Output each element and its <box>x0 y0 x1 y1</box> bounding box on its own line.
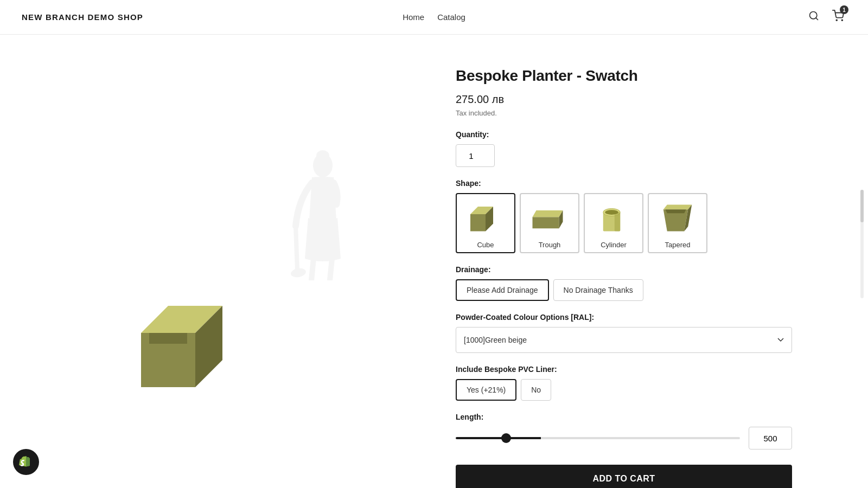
trough-label: Trough <box>539 241 561 249</box>
main-image <box>76 118 423 432</box>
scrollbar[interactable] <box>860 190 864 298</box>
shape-group: Shape: Cube <box>456 179 792 253</box>
liner-group: Include Bespoke PVC Liner: Yes (+21%) No <box>456 365 792 401</box>
scrollbar-thumb <box>860 190 864 222</box>
tapered-shape-img <box>658 198 697 237</box>
product-price: 275.00 лв <box>456 93 792 106</box>
quantity-input[interactable] <box>456 144 495 167</box>
search-button[interactable] <box>806 8 821 26</box>
svg-line-1 <box>816 18 818 20</box>
length-label: Length: <box>456 413 792 421</box>
shape-swatch-cube[interactable]: Cube <box>456 193 515 253</box>
shopify-icon <box>18 454 34 470</box>
cube-shape-img <box>466 198 505 237</box>
shape-label: Shape: <box>456 179 792 188</box>
shape-swatch-trough[interactable]: Trough <box>520 193 579 253</box>
length-slider-container <box>456 427 792 450</box>
svg-marker-11 <box>149 333 187 344</box>
svg-marker-23 <box>663 205 692 210</box>
header: NEW BRANCH DEMO SHOP Home Catalog 1 <box>0 0 868 35</box>
site-logo[interactable]: NEW BRANCH DEMO SHOP <box>22 12 143 22</box>
svg-rect-20 <box>615 213 621 232</box>
drainage-label: Drainage: <box>456 265 792 274</box>
svg-marker-16 <box>533 210 563 217</box>
shape-swatch-cylinder[interactable]: Cylinder <box>584 193 643 253</box>
cart-count: 1 <box>840 5 848 14</box>
cylinder-shape-img <box>594 198 633 237</box>
header-icons: 1 <box>806 8 846 27</box>
product-title: Bespoke Planter - Swatch <box>456 67 792 85</box>
colour-select[interactable]: [1000]Green beige [1001]Beige [1002]Sand… <box>456 327 792 353</box>
quantity-group: Quantity: <box>456 130 792 167</box>
length-group: Length: <box>456 413 792 450</box>
quantity-label: Quantity: <box>456 130 792 139</box>
svg-marker-15 <box>533 217 559 228</box>
cart-button[interactable]: 1 <box>830 8 846 27</box>
drainage-option-none[interactable]: No Drainage Thanks <box>553 279 643 301</box>
drainage-options: Please Add Drainage No Drainage Thanks <box>456 279 792 301</box>
svg-point-7 <box>290 267 307 278</box>
svg-line-6 <box>296 226 297 269</box>
shape-swatches: Cube Trough <box>456 193 792 253</box>
gardener-silhouette <box>288 150 358 282</box>
liner-option-yes[interactable]: Yes (+21%) <box>456 379 516 401</box>
product-details: Bespoke Planter - Swatch 275.00 лв Tax i… <box>456 56 792 488</box>
product-images <box>76 56 423 488</box>
colour-label: Powder-Coated Colour Options [RAL]: <box>456 313 792 322</box>
shopify-badge[interactable] <box>13 449 39 475</box>
drainage-group: Drainage: Please Add Drainage No Drainag… <box>456 265 792 301</box>
svg-point-5 <box>316 150 329 161</box>
colour-group: Powder-Coated Colour Options [RAL]: [100… <box>456 313 792 353</box>
nav-catalog[interactable]: Catalog <box>437 12 465 22</box>
drainage-option-add[interactable]: Please Add Drainage <box>456 279 549 301</box>
liner-options: Yes (+21%) No <box>456 379 792 401</box>
length-slider[interactable] <box>456 437 740 439</box>
shape-swatch-tapered[interactable]: Tapered <box>648 193 707 253</box>
svg-point-2 <box>836 20 837 21</box>
add-to-cart-button[interactable]: ADD TO CART <box>456 465 792 488</box>
tax-note: Tax included. <box>456 109 792 117</box>
svg-point-3 <box>841 20 843 21</box>
page-content: Bespoke Planter - Swatch 275.00 лв Tax i… <box>54 35 814 488</box>
cylinder-label: Cylinder <box>601 241 627 249</box>
svg-marker-25 <box>665 209 686 213</box>
liner-label: Include Bespoke PVC Liner: <box>456 365 792 374</box>
cube-illustration <box>130 290 239 400</box>
liner-option-no[interactable]: No <box>521 379 551 401</box>
search-icon <box>808 10 819 21</box>
length-input[interactable] <box>749 427 792 450</box>
svg-point-21 <box>605 210 618 215</box>
cube-label: Cube <box>477 241 494 249</box>
nav-home[interactable]: Home <box>403 12 424 22</box>
trough-shape-img <box>530 198 569 237</box>
tapered-label: Tapered <box>665 241 691 249</box>
main-nav: Home Catalog <box>403 12 465 22</box>
svg-marker-12 <box>470 214 486 232</box>
